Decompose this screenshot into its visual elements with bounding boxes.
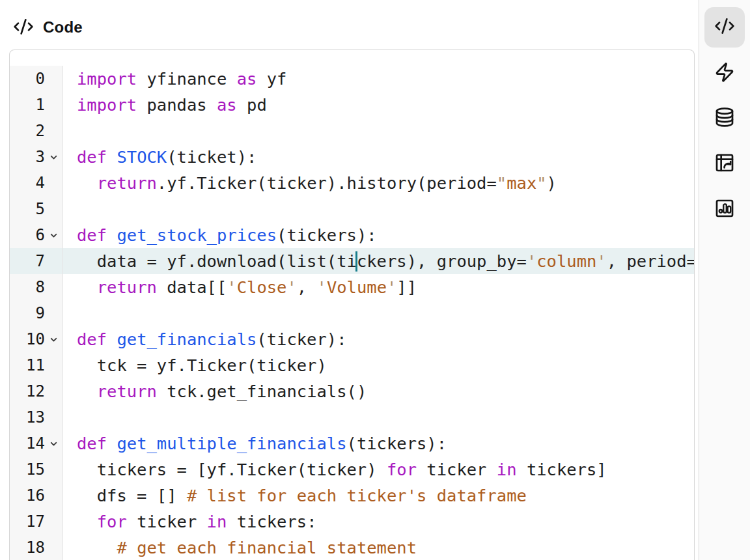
token-pl: [77, 173, 97, 193]
code-editor[interactable]: 0import yfinance as yf1import pandas as …: [9, 49, 695, 560]
right-toolbar: [699, 0, 750, 560]
code-text[interactable]: import pandas as pd: [63, 92, 694, 118]
code-line[interactable]: 15 tickers = [yf.Ticker(ticker) for tick…: [10, 456, 694, 483]
token-qt: ": [497, 173, 507, 193]
token-kw: return: [97, 173, 157, 193]
code-text[interactable]: return tck.get_financials(): [63, 378, 694, 404]
fold-chevron-down-icon[interactable]: [45, 152, 62, 162]
code-text[interactable]: dfs = [] # list for each ticker's datafr…: [63, 483, 694, 509]
token-pl: [107, 434, 117, 453]
token-kw: return: [97, 382, 157, 401]
gutter: 1: [10, 92, 63, 118]
code-text[interactable]: def get_financials(ticker):: [63, 326, 694, 352]
code-text[interactable]: [63, 118, 694, 144]
database-icon: [714, 107, 735, 130]
line-number: 1: [10, 92, 45, 118]
sidebar-button-pivot[interactable]: [704, 144, 745, 184]
token-pl: [107, 225, 117, 245]
code-line[interactable]: 14def get_multiple_financials(tickers):: [10, 430, 694, 456]
sidebar-button-zap[interactable]: [704, 53, 745, 94]
gutter: 4: [10, 170, 63, 196]
code-line[interactable]: 2: [10, 118, 694, 144]
code-line[interactable]: 7 data = yf.download(list(tickers), grou…: [10, 248, 694, 274]
code-text[interactable]: tck = yf.Ticker(ticker): [63, 352, 694, 378]
token-df: get_multiple_financials: [117, 434, 346, 453]
token-pl: ,: [297, 277, 317, 297]
token-kw: as: [217, 95, 237, 115]
line-number: 0: [10, 66, 45, 92]
line-number: 12: [10, 378, 45, 404]
code-line[interactable]: 10def get_financials(ticker):: [10, 326, 694, 352]
token-pl: tickers]: [517, 460, 607, 479]
sidebar-button-code[interactable]: [704, 7, 745, 48]
code-line[interactable]: 11 tck = yf.Ticker(ticker): [10, 352, 694, 378]
code-line[interactable]: 17 for ticker in tickers:: [10, 509, 694, 535]
token-pl: [107, 147, 117, 167]
bar-chart-icon: [714, 198, 735, 221]
code-text[interactable]: # get each financial statement: [63, 535, 694, 560]
token-cm: # list for each ticker's dataframe: [187, 486, 527, 505]
sidebar-button-charts[interactable]: [704, 189, 745, 230]
sidebar-button-data[interactable]: [704, 98, 745, 139]
token-st: Volume: [327, 277, 387, 297]
code-line[interactable]: 3def STOCK(ticket):: [10, 144, 694, 170]
gutter: 16: [10, 483, 63, 509]
token-st: max: [507, 173, 536, 193]
code-text[interactable]: data = yf.download(list(tickers), group_…: [63, 248, 694, 274]
code-line[interactable]: 12 return tck.get_financials(): [10, 378, 694, 404]
token-pl: ]]: [396, 277, 417, 297]
gutter: 9: [10, 300, 63, 326]
token-df: get_financials: [117, 329, 257, 349]
line-number: 13: [10, 404, 45, 430]
fold-chevron-down-icon[interactable]: [45, 439, 62, 449]
code-text[interactable]: for ticker in tickers:: [63, 509, 694, 535]
code-text[interactable]: [63, 196, 694, 222]
code-text[interactable]: return data[['Close', 'Volume']]: [63, 274, 694, 300]
code-line[interactable]: 0import yfinance as yf: [10, 66, 694, 92]
gutter: 2: [10, 118, 63, 144]
code-line[interactable]: 4 return.yf.Ticker(ticker).history(perio…: [10, 170, 694, 196]
gutter: 14: [10, 430, 63, 456]
gutter: 7: [10, 248, 63, 274]
code-text[interactable]: def get_stock_prices(tickers):: [63, 222, 694, 248]
token-pl: [107, 329, 117, 349]
code-line[interactable]: 5: [10, 196, 694, 222]
code-line[interactable]: 9: [10, 300, 694, 326]
code-lines: 0import yfinance as yf1import pandas as …: [10, 50, 694, 560]
line-number: 14: [10, 430, 45, 456]
code-text[interactable]: tickers = [yf.Ticker(ticker) for ticker …: [63, 456, 694, 483]
fold-chevron-down-icon[interactable]: [45, 231, 62, 240]
token-kw: def: [77, 434, 107, 453]
token-qt: ": [536, 173, 546, 193]
token-pl: yf: [257, 69, 286, 89]
code-icon: [13, 16, 34, 37]
line-number: 3: [10, 144, 45, 170]
token-df: get_stock_prices: [117, 225, 277, 245]
token-pl: , period=: [607, 251, 694, 271]
token-pl: (ticket):: [167, 147, 257, 167]
code-line[interactable]: 18 # get each financial statement: [10, 535, 694, 560]
code-text[interactable]: return.yf.Ticker(ticker).history(period=…: [63, 170, 694, 196]
code-line[interactable]: 8 return data[['Close', 'Volume']]: [10, 274, 694, 300]
code-line[interactable]: 13: [10, 404, 694, 430]
code-text[interactable]: def STOCK(ticket):: [63, 144, 694, 170]
gutter: 17: [10, 509, 63, 535]
token-kw: return: [97, 277, 157, 297]
code-text[interactable]: [63, 404, 694, 430]
code-line[interactable]: 6def get_stock_prices(tickers):: [10, 222, 694, 248]
line-number: 5: [10, 196, 45, 222]
code-text[interactable]: import yfinance as yf: [63, 66, 694, 92]
line-number: 11: [10, 352, 45, 378]
line-number: 16: [10, 483, 45, 509]
gutter: 8: [10, 274, 63, 300]
code-line[interactable]: 1import pandas as pd: [10, 92, 694, 118]
token-pl: ticker: [417, 460, 497, 479]
code-text[interactable]: [63, 300, 694, 326]
token-pl: ticker: [127, 512, 207, 531]
token-pl: (tickers):: [277, 225, 377, 245]
token-pl: ckers), group_by=: [357, 251, 527, 271]
fold-chevron-down-icon[interactable]: [45, 335, 62, 344]
code-text[interactable]: def get_multiple_financials(tickers):: [63, 430, 694, 456]
code-line[interactable]: 16 dfs = [] # list for each ticker's dat…: [10, 483, 694, 509]
line-number: 7: [10, 248, 45, 274]
